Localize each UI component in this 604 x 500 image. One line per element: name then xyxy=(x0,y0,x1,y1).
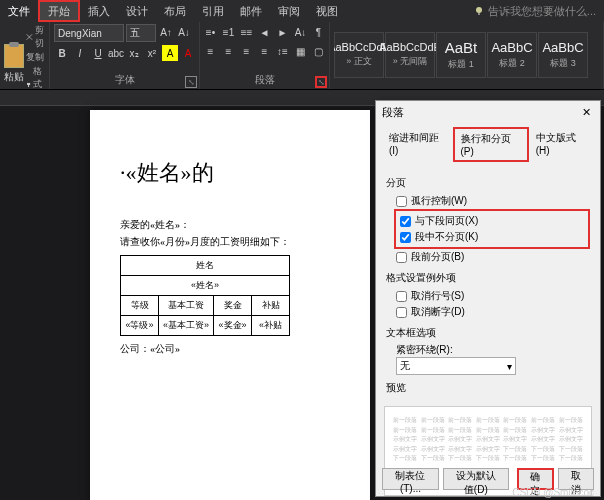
doc-title: ·«姓名»的 xyxy=(120,158,340,188)
format-exceptions-label: 格式设置例外项 xyxy=(386,271,590,285)
preview-label: 预览 xyxy=(386,381,590,395)
style-h3[interactable]: AaBbC标题 3 xyxy=(538,32,588,78)
dialog-close-button[interactable]: ✕ xyxy=(578,104,594,120)
document-page[interactable]: ·«姓名»的 亲爱的«姓名»： 请查收你«月份»月度的工资明细如下： 姓名 «姓… xyxy=(90,110,370,500)
font-color-button[interactable]: A xyxy=(180,45,196,61)
increase-indent-button[interactable]: ► xyxy=(275,24,291,40)
watermark: CSDN @Smilecoc xyxy=(512,487,594,498)
multilevel-button[interactable]: ≡≡ xyxy=(239,24,255,40)
grow-font-button[interactable]: A↑ xyxy=(158,24,174,40)
keep-together-check[interactable]: 段中不分页(K) xyxy=(398,229,586,245)
bullets-button[interactable]: ≡• xyxy=(203,24,219,40)
paragraph-launcher[interactable]: ⤡ xyxy=(315,76,327,88)
style-h2[interactable]: AaBbC标题 2 xyxy=(487,32,537,78)
style-normal[interactable]: AaBbCcDdE» 正文 xyxy=(334,32,384,78)
dialog-titlebar: 段落 ✕ xyxy=(376,101,600,123)
justify-button[interactable]: ≡ xyxy=(257,43,273,59)
keep-with-next-check[interactable]: 与下段同页(X) xyxy=(398,213,586,229)
doc-line2: 请查收你«月份»月度的工资明细如下： xyxy=(120,235,340,249)
strike-button[interactable]: abc xyxy=(108,45,124,61)
menu-mailings[interactable]: 邮件 xyxy=(232,0,270,22)
bold-button[interactable]: B xyxy=(54,45,70,61)
suppress-line-numbers-check[interactable]: 取消行号(S) xyxy=(386,288,590,304)
preview-text: 前一段落 前一段落 前一段落 前一段落 前一段落 前一段落 前一段落 前一段落 … xyxy=(393,415,583,463)
align-right-button[interactable]: ≡ xyxy=(239,43,255,59)
line-spacing-button[interactable]: ↕≡ xyxy=(275,43,291,59)
menu-insert[interactable]: 插入 xyxy=(80,0,118,22)
tab-chinese[interactable]: 中文版式(H) xyxy=(529,127,594,162)
decrease-indent-button[interactable]: ◄ xyxy=(257,24,273,40)
dialog-tabs: 缩进和间距(I) 换行和分页(P) 中文版式(H) xyxy=(376,123,600,166)
ribbon-paragraph: ≡• ≡1 ≡≡ ◄ ► A↓ ¶ ≡ ≡ ≡ ≡ ↕≡ ▦ ▢ 段落⤡ xyxy=(200,22,330,89)
menu-references[interactable]: 引用 xyxy=(194,0,232,22)
cut-button[interactable]: 剪切 xyxy=(26,24,47,50)
italic-button[interactable]: I xyxy=(72,45,88,61)
tell-me-search[interactable]: 告诉我您想要做什么... xyxy=(474,4,604,19)
dialog-body: 分页 孤行控制(W) 与下段同页(X) 段中不分页(K) 段前分页(B) 格式设… xyxy=(376,166,600,402)
svg-point-0 xyxy=(476,7,482,13)
menu-layout[interactable]: 布局 xyxy=(156,0,194,22)
tab-breaks[interactable]: 换行和分页(P) xyxy=(453,127,529,162)
svg-rect-2 xyxy=(27,82,30,84)
dialog-title: 段落 xyxy=(382,105,404,120)
menu-file[interactable]: 文件 xyxy=(0,0,38,22)
ribbon-clipboard: 粘贴 剪切 复制 格式刷 剪贴板⤡ xyxy=(0,22,50,89)
superscript-button[interactable]: x² xyxy=(144,45,160,61)
paste-icon xyxy=(4,44,24,68)
highlight-button[interactable]: A xyxy=(162,45,178,61)
ribbon-font: A↑ A↓ B I U abc x₂ x² A A 字体⤡ xyxy=(50,22,200,89)
svg-rect-3 xyxy=(28,85,29,87)
set-default-button[interactable]: 设为默认值(D) xyxy=(443,468,509,490)
style-h1[interactable]: AaBt标题 1 xyxy=(436,32,486,78)
menu-design[interactable]: 设计 xyxy=(118,0,156,22)
paragraph-dialog: 段落 ✕ 缩进和间距(I) 换行和分页(P) 中文版式(H) 分页 孤行控制(W… xyxy=(375,100,601,497)
font-launcher[interactable]: ⤡ xyxy=(185,76,197,88)
ribbon: 粘贴 剪切 复制 格式刷 剪贴板⤡ A↑ A↓ B I U abc x₂ xyxy=(0,22,604,90)
style-nospace[interactable]: AaBbCcDdE» 无间隔 xyxy=(385,32,435,78)
tight-wrap-select[interactable]: 无 ▾ xyxy=(396,357,516,375)
menu-view[interactable]: 视图 xyxy=(308,0,346,22)
font-size-select[interactable] xyxy=(126,24,156,42)
style-gallery[interactable]: AaBbCcDdE» 正文 AaBbCcDdE» 无间隔 AaBt标题 1 Aa… xyxy=(334,32,588,80)
bulb-icon xyxy=(474,6,484,16)
doc-line1: 亲爱的«姓名»： xyxy=(120,218,340,232)
align-center-button[interactable]: ≡ xyxy=(221,43,237,59)
shading-button[interactable]: ▦ xyxy=(293,43,309,59)
paste-button[interactable]: 粘贴 xyxy=(4,44,24,84)
widow-control-check[interactable]: 孤行控制(W) xyxy=(386,193,590,209)
doc-table: 姓名 «姓名» 等级基本工资奖金补贴 «等级»«基本工资»«奖金»«补贴 xyxy=(120,255,290,336)
no-hyphenation-check[interactable]: 取消断字(D) xyxy=(386,304,590,320)
tabs-button[interactable]: 制表位(T)... xyxy=(382,468,439,490)
shrink-font-button[interactable]: A↓ xyxy=(176,24,192,40)
font-label: 字体⤡ xyxy=(50,73,199,89)
doc-line3: 公司：«公司» xyxy=(120,342,340,356)
pagination-label: 分页 xyxy=(386,176,590,190)
paragraph-label: 段落⤡ xyxy=(200,73,329,89)
tight-wrap-label: 紧密环绕(R): xyxy=(386,343,590,357)
borders-button[interactable]: ▢ xyxy=(311,43,327,59)
show-marks-button[interactable]: ¶ xyxy=(311,24,327,40)
underline-button[interactable]: U xyxy=(90,45,106,61)
menu-home[interactable]: 开始 xyxy=(38,0,80,22)
ribbon-styles: AaBbCcDdE» 正文 AaBbCcDdE» 无间隔 AaBt标题 1 Aa… xyxy=(330,22,604,89)
numbering-button[interactable]: ≡1 xyxy=(221,24,237,40)
align-left-button[interactable]: ≡ xyxy=(203,43,219,59)
menu-bar: 文件 开始 插入 设计 布局 引用 邮件 审阅 视图 告诉我您想要做什么... xyxy=(0,0,604,22)
copy-button[interactable]: 复制 xyxy=(26,51,47,64)
tab-indent[interactable]: 缩进和间距(I) xyxy=(382,127,453,162)
menu-review[interactable]: 审阅 xyxy=(270,0,308,22)
subscript-button[interactable]: x₂ xyxy=(126,45,142,61)
textbox-options-label: 文本框选项 xyxy=(386,326,590,340)
page-break-before-check[interactable]: 段前分页(B) xyxy=(386,249,590,265)
font-name-select[interactable] xyxy=(54,24,124,42)
highlighted-options: 与下段同页(X) 段中不分页(K) xyxy=(394,209,590,249)
chevron-down-icon: ▾ xyxy=(507,361,512,372)
svg-rect-1 xyxy=(478,13,480,15)
sort-button[interactable]: A↓ xyxy=(293,24,309,40)
